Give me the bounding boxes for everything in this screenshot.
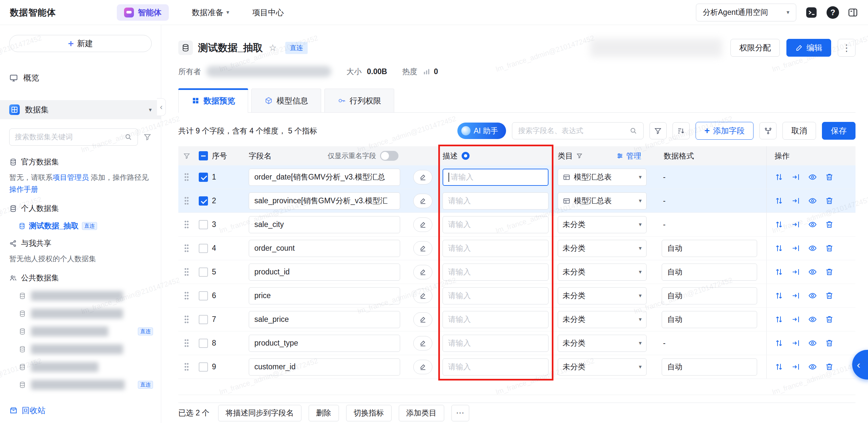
nav-data-prep[interactable]: 数据准备 ▾ — [192, 7, 229, 18]
dataset-item-selected[interactable]: 测试数据_抽取 直连 — [0, 218, 161, 234]
drag-handle-icon[interactable] — [184, 339, 189, 347]
drag-handle-icon[interactable] — [184, 196, 189, 205]
add-category-button[interactable]: 添加类目 — [399, 405, 444, 421]
help-icon[interactable]: ? — [827, 6, 839, 19]
lineage-button[interactable] — [760, 122, 777, 139]
row-checkbox[interactable] — [199, 220, 208, 229]
description-input[interactable]: 请输入 — [442, 169, 549, 186]
nav-agent[interactable]: 智能体 — [117, 4, 169, 21]
move-icon[interactable] — [775, 315, 783, 324]
insert-icon[interactable] — [791, 362, 800, 371]
category-select[interactable]: 模型汇总表 ▾ — [558, 169, 647, 186]
eye-icon[interactable] — [808, 196, 817, 205]
category-select[interactable]: 未分类 ▾ — [558, 216, 647, 233]
dataset-search-input[interactable]: 搜索数据集关键词 — [9, 129, 138, 146]
description-input[interactable]: 请输入 — [442, 240, 549, 257]
nav-project-center[interactable]: 项目中心 — [252, 7, 284, 18]
move-icon[interactable] — [775, 196, 783, 205]
public-dataset-item[interactable]: 直连 — [0, 376, 161, 394]
rename-field-button[interactable] — [413, 241, 432, 256]
funnel-icon[interactable] — [183, 152, 190, 160]
public-datasets-header[interactable]: 公共数据集 — [0, 269, 161, 287]
sidebar-item-datasets[interactable]: 数据集 ▾ — [0, 100, 161, 119]
shared-datasets-header[interactable]: 与我共享 — [0, 234, 161, 252]
format-value[interactable]: - — [662, 335, 757, 352]
sort-button[interactable] — [673, 122, 690, 139]
insert-icon[interactable] — [791, 315, 800, 324]
official-datasets-header[interactable]: 官方数据集 — [0, 153, 161, 171]
move-icon[interactable] — [775, 339, 783, 347]
category-select[interactable]: 未分类 ▾ — [558, 240, 647, 257]
category-select[interactable]: 未分类 ▾ — [558, 287, 647, 304]
workspace-select[interactable]: 分析Agent通用空间 ▾ — [696, 4, 796, 21]
row-checkbox[interactable] — [199, 339, 208, 348]
field-name-input[interactable]: order_count — [249, 240, 400, 257]
move-icon[interactable] — [775, 291, 783, 300]
delete-icon[interactable] — [825, 244, 834, 253]
description-input[interactable]: 请输入 — [442, 311, 549, 328]
more-button[interactable]: ⋮ — [838, 39, 856, 57]
eye-icon[interactable] — [808, 267, 817, 276]
insert-icon[interactable] — [791, 244, 800, 253]
public-dataset-item[interactable]: 直连 — [0, 287, 161, 305]
category-select[interactable]: 未分类 ▾ — [558, 359, 647, 375]
insert-icon[interactable] — [791, 220, 800, 229]
row-checkbox[interactable] — [199, 267, 208, 277]
toggle-metric-button[interactable]: 切换指标 — [346, 405, 392, 421]
format-value[interactable]: - — [662, 192, 757, 209]
insert-icon[interactable] — [791, 173, 800, 181]
select-all-checkbox[interactable] — [199, 151, 208, 161]
drag-handle-icon[interactable] — [184, 173, 189, 181]
public-dataset-item[interactable]: 直连 — [0, 358, 161, 376]
rename-field-button[interactable] — [413, 170, 432, 185]
format-value[interactable]: 自动 — [662, 240, 757, 257]
format-value[interactable]: 自动 — [662, 263, 757, 281]
description-input[interactable]: 请输入 — [442, 287, 549, 304]
cancel-button[interactable]: 取消 — [782, 122, 816, 140]
edit-button[interactable]: 编辑 — [786, 39, 831, 57]
row-checkbox[interactable] — [199, 315, 208, 324]
format-value[interactable]: - — [662, 169, 757, 186]
drag-handle-icon[interactable] — [184, 244, 189, 253]
drag-handle-icon[interactable] — [184, 315, 189, 324]
field-search-input[interactable]: 搜索字段名、表达式 — [512, 122, 644, 139]
delete-button[interactable]: 删除 — [309, 405, 339, 421]
insert-icon[interactable] — [791, 196, 800, 205]
delete-icon[interactable] — [825, 196, 834, 205]
filter-button[interactable] — [650, 122, 666, 139]
delete-icon[interactable] — [825, 362, 834, 371]
field-name-input[interactable]: sale_province[销售GMV分析_v3.模型汇 — [249, 192, 400, 209]
category-select[interactable]: 模型汇总表 ▾ — [558, 192, 647, 209]
drag-handle-icon[interactable] — [184, 291, 189, 300]
permission-button[interactable]: 权限分配 — [731, 39, 780, 57]
move-icon[interactable] — [775, 362, 783, 371]
eye-icon[interactable] — [808, 362, 817, 371]
rename-field-button[interactable] — [413, 194, 432, 208]
format-value[interactable]: 自动 — [662, 287, 757, 304]
sidebar-collapse-button[interactable]: ‹ — [157, 98, 166, 116]
personal-datasets-header[interactable]: 个人数据集 — [0, 199, 161, 218]
add-field-button[interactable]: + 添加字段 — [695, 122, 753, 140]
dataset-filter-icon[interactable] — [143, 133, 152, 141]
row-checkbox[interactable] — [199, 291, 208, 301]
move-icon[interactable] — [775, 173, 783, 181]
delete-icon[interactable] — [825, 339, 834, 347]
tab-data-preview[interactable]: 数据预览 — [178, 88, 248, 113]
category-select[interactable]: 未分类 ▾ — [558, 335, 647, 352]
eye-icon[interactable] — [808, 315, 817, 324]
public-dataset-item[interactable]: 直连 — [0, 322, 161, 340]
rename-field-button[interactable] — [413, 289, 432, 303]
new-dataset-button[interactable]: + 新建 — [9, 35, 152, 52]
description-ai-indicator[interactable] — [462, 152, 469, 160]
field-name-input[interactable]: sale_price — [249, 311, 400, 328]
rename-field-button[interactable] — [413, 265, 432, 279]
rename-field-button[interactable] — [413, 336, 432, 350]
delete-icon[interactable] — [825, 267, 834, 276]
format-value[interactable]: - — [662, 216, 757, 233]
public-dataset-item[interactable]: 直连 — [0, 340, 161, 358]
footer-more-button[interactable]: ⋯ — [452, 405, 469, 421]
eye-icon[interactable] — [808, 339, 817, 347]
recycle-bin[interactable]: 回收站 — [0, 399, 161, 423]
console-icon[interactable] — [805, 6, 818, 19]
eye-icon[interactable] — [808, 291, 817, 300]
